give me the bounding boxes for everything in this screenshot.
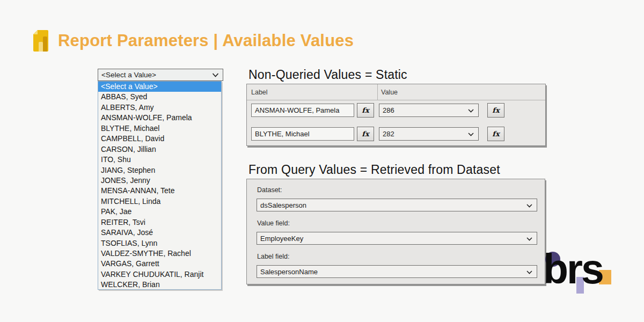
parameter-combobox[interactable]: <Select a Value>	[98, 69, 223, 81]
list-item[interactable]: VARKEY CHUDUKATIL, Ranjit	[98, 269, 221, 280]
parameter-dropdown-list: <Select a Value> ABBAS, Syed ALBERTS, Am…	[98, 81, 222, 290]
chevron-down-icon	[468, 130, 474, 138]
list-item[interactable]: ABBAS, Syed	[98, 92, 221, 102]
fx-expression-button[interactable]: fx	[357, 103, 374, 118]
list-item[interactable]: PAK, Jae	[98, 207, 221, 217]
list-item[interactable]: JONES, Jenny	[98, 175, 221, 186]
chevron-down-icon	[468, 106, 474, 114]
list-item[interactable]: MITCHELL, Linda	[98, 196, 221, 207]
chevron-down-icon	[526, 201, 532, 209]
column-divider	[377, 84, 378, 100]
list-item[interactable]: <Select a Value>	[98, 82, 221, 92]
list-item[interactable]: CARSON, Jillian	[98, 144, 221, 155]
label-textbox[interactable]: ANSMAN-WOLFE, Pamela	[251, 104, 354, 117]
list-item[interactable]: VALDEZ-SMYTHE, Rachel	[98, 248, 221, 259]
brand-logo: brs	[543, 248, 603, 290]
chevron-down-icon	[526, 268, 532, 276]
value-combobox-text: 286	[383, 106, 394, 114]
header-divider	[247, 100, 545, 100]
combobox-selected-value: <Select a Value>	[101, 71, 156, 79]
list-item[interactable]: ANSMAN-WOLFE, Pamela	[98, 113, 221, 123]
value-field-label: Value field:	[257, 219, 290, 227]
page-header: Report Parameters | Available Values	[33, 30, 354, 52]
list-item[interactable]: WELCKER, Brian	[98, 280, 221, 290]
label-textbox[interactable]: BLYTHE, Michael	[251, 127, 354, 141]
dataset-combobox[interactable]: dsSalesperson	[257, 199, 537, 211]
list-item[interactable]: BLYTHE, Michael	[98, 123, 221, 134]
label-field-label: Label field:	[257, 253, 289, 260]
non-queried-heading: Non-Queried Values = Static	[248, 68, 407, 82]
value-combobox[interactable]: 286	[379, 104, 479, 117]
chevron-down-icon	[526, 235, 532, 243]
value-field-combobox-text: EmployeeKey	[260, 235, 303, 243]
report-chart-icon	[33, 30, 52, 52]
non-queried-panel: Label Value ANSMAN-WOLFE, Pamela fx 286 …	[246, 84, 546, 146]
list-item[interactable]: ALBERTS, Amy	[98, 103, 221, 113]
label-field-combobox[interactable]: SalespersonName	[257, 265, 537, 278]
value-field-combobox[interactable]: EmployeeKey	[257, 232, 537, 245]
list-item[interactable]: ITO, Shu	[98, 155, 221, 165]
list-item[interactable]: SARAIVA, José	[98, 228, 221, 238]
dataset-combobox-text: dsSalesperson	[260, 201, 306, 209]
dataset-label: Dataset:	[257, 186, 282, 194]
list-item[interactable]: TSOFLIAS, Lynn	[98, 238, 221, 248]
value-combobox-text: 282	[383, 130, 394, 138]
fx-expression-button[interactable]: fx	[487, 127, 504, 141]
label-column-header: Label	[251, 89, 268, 96]
page-title: Report Parameters | Available Values	[58, 31, 354, 50]
fx-expression-button[interactable]: fx	[487, 103, 504, 118]
label-field-combobox-text: SalespersonName	[260, 268, 318, 276]
list-item[interactable]: VARGAS, Garrett	[98, 259, 221, 269]
list-item[interactable]: MENSA-ANNAN, Tete	[98, 186, 221, 196]
chevron-down-icon	[212, 71, 219, 79]
value-combobox[interactable]: 282	[379, 127, 479, 141]
list-item[interactable]: REITER, Tsvi	[98, 217, 221, 228]
value-column-header: Value	[381, 89, 398, 96]
fx-expression-button[interactable]: fx	[357, 127, 374, 141]
from-query-panel: Dataset: dsSalesperson Value field: Empl…	[246, 179, 545, 284]
list-item[interactable]: JIANG, Stephen	[98, 165, 221, 175]
from-query-heading: From Query Values = Retrieved from Datas…	[248, 163, 500, 177]
list-item[interactable]: CAMPBELL, David	[98, 134, 221, 144]
